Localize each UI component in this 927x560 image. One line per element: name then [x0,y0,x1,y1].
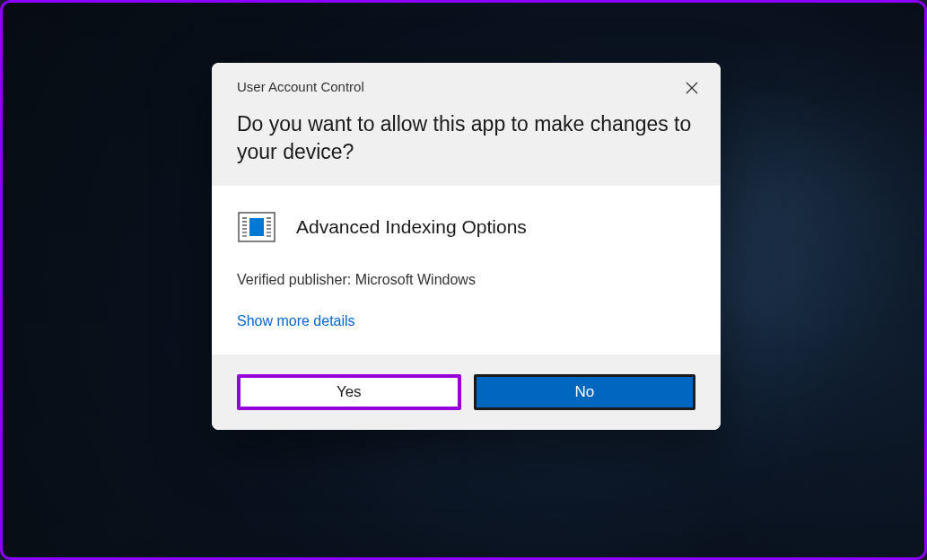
dialog-footer: Yes No [212,354,721,430]
dialog-question: Do you want to allow this app to make ch… [237,110,695,166]
dialog-body: Advanced Indexing Options Verified publi… [212,186,721,354]
publisher-info: Verified publisher: Microsoft Windows [237,272,695,288]
dialog-header: User Account Control Do you want to allo… [212,63,721,186]
yes-button[interactable]: Yes [237,374,461,410]
app-info-row: Advanced Indexing Options [237,207,695,247]
close-button[interactable] [681,77,703,99]
dialog-title: User Account Control [237,79,695,94]
uac-dialog: User Account Control Do you want to allo… [212,63,721,430]
show-details-link[interactable]: Show more details [237,313,355,329]
svg-rect-3 [249,218,264,236]
indexing-options-icon [237,207,276,247]
app-icon [237,207,276,247]
app-name: Advanced Indexing Options [296,216,527,238]
close-icon [686,82,698,94]
no-button[interactable]: No [474,374,696,410]
